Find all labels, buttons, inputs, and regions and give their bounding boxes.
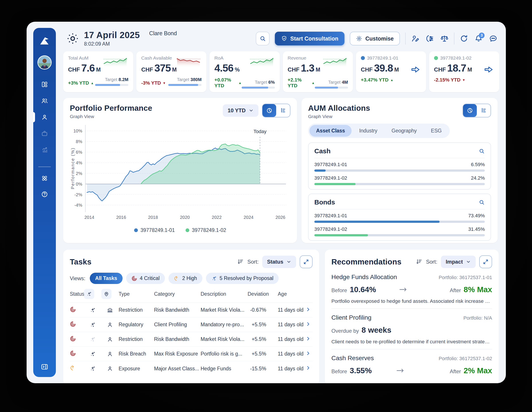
kpi-target: Target 4M [315, 80, 348, 89]
view-chip-4-critical[interactable]: 4 Critical [126, 273, 165, 284]
task-type: Risk Breach [119, 351, 154, 357]
app-logo-icon [39, 36, 50, 47]
chevron-right-icon[interactable] [306, 350, 311, 356]
refresh-icon[interactable] [460, 34, 468, 43]
kpi-card-roa[interactable]: RoA 4.56% +0.07% YTD▲ Target 6% [209, 51, 280, 92]
kpi-target: Target 6% [242, 80, 275, 89]
task-category: Risk Bandwidth [154, 307, 201, 313]
sidebar-item-clients[interactable] [33, 97, 56, 105]
notifications-bell-icon[interactable]: 3 [474, 34, 483, 43]
kpi-card-cash-available[interactable]: Cash Available CHF375M -3% YTD▼ Target 3… [136, 51, 206, 92]
tab-esg[interactable]: ESG [424, 125, 448, 137]
svg-text:2018: 2018 [148, 215, 158, 220]
kpi-sparkline [249, 55, 275, 69]
recommendation-item[interactable]: Hedge Funds Allocation Portfolio: 361725… [331, 268, 492, 309]
chevron-right-icon[interactable] [306, 336, 311, 342]
severity-critical-icon [70, 321, 76, 327]
help-icon [41, 191, 48, 198]
sidebar-item-portfolios[interactable] [33, 130, 56, 137]
ai-column-chip[interactable] [84, 289, 94, 299]
kpi-card-39778249-1-01[interactable]: 39778249.1-01 CHF39.8M +3.47% YTD▲ [356, 51, 426, 92]
graph-view-toggle[interactable] [463, 104, 477, 117]
task-description: Market Risk Viola... [201, 307, 247, 313]
before-value: 3.55% [350, 366, 372, 375]
kpi-card-revenue[interactable]: Revenue CHF1.3M +2.1% YTD▲ Target 4M [283, 51, 353, 92]
task-row[interactable]: Regulatory Client Profiling Mandatory re… [70, 317, 313, 332]
svg-text:10%: 10% [73, 128, 82, 133]
current-date: 17 April 2025 [84, 30, 140, 40]
open-portfolio-arrow-icon[interactable] [410, 64, 421, 73]
recommendations-expand-button[interactable] [479, 255, 492, 268]
magnifier-icon[interactable] [479, 148, 485, 154]
chevron-right-icon[interactable] [306, 307, 311, 312]
target-label: Target [177, 77, 189, 82]
user-avatar[interactable] [38, 55, 52, 70]
tab-geography[interactable]: Geography [385, 125, 423, 137]
sort-value: Impact [446, 259, 463, 265]
task-row[interactable]: Restriction Risk Bandwidth Market Risk V… [70, 332, 313, 347]
pie-chart-icon [266, 107, 273, 114]
person-icon [107, 336, 113, 342]
task-row[interactable]: Risk Breach Max Risk Exposure Portfolio … [70, 347, 313, 361]
table-header-row: Status TypeCategory DescriptionDeviation… [70, 289, 313, 303]
person-edit-icon[interactable] [411, 34, 419, 43]
sidebar-collapse-icon[interactable] [41, 363, 48, 371]
start-consultation-button[interactable]: Start Consultation [275, 32, 345, 46]
ai-sparkle-icon [86, 291, 92, 297]
recommendation-item[interactable]: Cash Reserves Portfolio: 36172537.1-02 B… [331, 349, 492, 379]
graph-view-toggle[interactable] [262, 104, 276, 117]
list-view-toggle[interactable] [276, 104, 290, 117]
tasks-expand-button[interactable] [300, 255, 313, 268]
tree-list-icon [280, 107, 286, 114]
tab-asset-class[interactable]: Asset Class [309, 125, 352, 137]
recommendations-sort-select[interactable]: Impact [441, 256, 476, 268]
allocation-group-bonds: Bonds 39778249.1-0173.49% 39778249.1-023… [308, 194, 491, 241]
kpi-delta: +3% YTD▲ [68, 80, 94, 86]
sidebar-item-tools[interactable] [33, 174, 56, 182]
task-row[interactable]: Restriction Risk Bandwidth Market Risk V… [70, 303, 313, 317]
range-value: 10 YTD [228, 107, 246, 114]
customise-button[interactable]: Customise [350, 32, 400, 46]
list-view-toggle[interactable] [477, 104, 491, 117]
magnifier-icon[interactable] [479, 199, 485, 205]
open-portfolio-arrow-icon[interactable] [483, 64, 494, 73]
svg-text:6%: 6% [76, 150, 82, 155]
tasks-sort-select[interactable]: Status [262, 256, 296, 268]
svg-text:2026: 2026 [276, 215, 285, 220]
range-selector[interactable]: 10 YTD [223, 104, 258, 117]
severity-critical-icon [70, 306, 76, 312]
task-description: Hedge Funds [201, 366, 247, 372]
kpi-card-total-aum[interactable]: Total AuM CHF7.6M +3% YTD▲ Target 8.2M [63, 51, 133, 92]
sidebar-item-analytics[interactable] [33, 146, 56, 154]
compliance-scales-icon[interactable] [440, 34, 449, 43]
critical-icon [132, 275, 137, 281]
recommendation-item[interactable]: Client Profiling Portfolio: N/A Overdue … [331, 309, 492, 349]
sidebar-item-dashboard[interactable] [33, 81, 56, 88]
preferences-icon[interactable] [426, 34, 434, 43]
chat-icon[interactable] [489, 34, 497, 43]
search-button[interactable] [256, 32, 270, 46]
svg-text:2022: 2022 [212, 215, 222, 220]
view-chip-all-tasks[interactable]: All Tasks [90, 273, 122, 284]
view-chip-5-resolved-by-proposal[interactable]: 5 Resolved by Proposal [206, 273, 279, 284]
view-chip-2-high[interactable]: 2 High [169, 273, 202, 284]
after-label: After [450, 368, 461, 375]
person-icon [107, 351, 113, 357]
chevron-right-icon[interactable] [306, 321, 311, 327]
ai-sparkle-icon [90, 366, 96, 372]
location-column-chip[interactable] [101, 289, 112, 299]
kpi-card-39778249-1-02[interactable]: 39778249.1-02 CHF18.7M -2.15% YTD▼ [429, 51, 499, 92]
gear-icon [356, 36, 362, 42]
allocation-value: 31.45% [468, 226, 485, 232]
portfolio-color-dot [361, 56, 365, 60]
chevron-right-icon[interactable] [306, 365, 311, 371]
expand-icon [483, 259, 489, 265]
tab-industry[interactable]: Industry [352, 125, 384, 137]
svg-text:0%: 0% [76, 182, 82, 186]
allocation-bar [314, 183, 485, 185]
task-row[interactable]: Exposure Major Asset Class... Hedge Fund… [70, 361, 313, 376]
svg-text:-2%: -2% [74, 192, 82, 197]
sidebar-item-help[interactable] [33, 191, 56, 198]
target-progress-bar [315, 87, 348, 89]
sidebar-item-client-profile[interactable] [33, 113, 56, 121]
